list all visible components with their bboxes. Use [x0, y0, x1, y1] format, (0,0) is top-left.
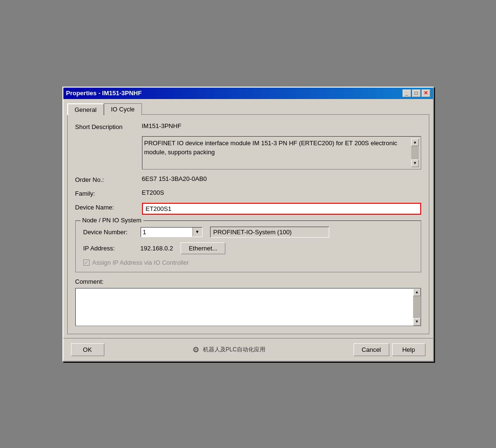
node-pn-legend: Node / PN IO System: [81, 217, 143, 224]
ethernet-button[interactable]: Ethernet...: [181, 242, 225, 254]
maximize-button[interactable]: □: [412, 90, 421, 97]
device-number-row: Device Number: 1 ▼ PROFINET-IO-System (1…: [83, 227, 413, 238]
tab-general[interactable]: General: [67, 103, 104, 115]
node-pn-group: Node / PN IO System Device Number: 1 ▼ P…: [75, 220, 421, 272]
device-name-input[interactable]: [142, 203, 421, 215]
scroll-track: [411, 146, 419, 159]
device-number-value: 1: [141, 228, 192, 237]
ip-address-value: 192.168.0.2: [141, 245, 173, 252]
cancel-button[interactable]: Cancel: [354, 343, 389, 356]
order-no-label: Order No.:: [75, 175, 142, 183]
properties-dialog: Properties - IM151-3PNHF _ □ ✕ General I…: [62, 87, 434, 362]
tab-bar: General IO Cycle: [67, 103, 429, 115]
ip-address-label: IP Address:: [83, 245, 141, 252]
comment-scroll-down-btn[interactable]: ▼: [413, 318, 421, 326]
assign-ip-checkbox[interactable]: ✓: [83, 259, 90, 266]
device-name-label: Device Name:: [75, 203, 142, 211]
tab-content-general: Short Description IM151-3PNHF PROFINET I…: [67, 114, 429, 334]
close-button[interactable]: ✕: [422, 90, 430, 97]
profinet-system-value: PROFINET-IO-System (100): [210, 227, 329, 238]
short-description-row: Short Description IM151-3PNHF: [75, 122, 421, 130]
long-description-spacer: [75, 136, 142, 137]
assign-ip-row: ✓ Assign IP Address via IO Controller: [83, 259, 413, 266]
order-no-value: 6ES7 151-3BA20-0AB0: [142, 175, 207, 182]
help-button[interactable]: Help: [392, 343, 425, 356]
family-label: Family:: [75, 189, 142, 197]
bottom-bar: OK ⚙ 机器人及PLC自动化应用 Cancel Help: [63, 338, 433, 361]
comment-scroll-track: [413, 296, 421, 318]
ok-button[interactable]: OK: [71, 343, 104, 356]
tab-io-cycle[interactable]: IO Cycle: [104, 103, 142, 115]
title-bar: Properties - IM151-3PNHF _ □ ✕: [63, 88, 433, 99]
device-number-dropdown[interactable]: 1 ▼: [141, 227, 202, 237]
dropdown-arrow-icon[interactable]: ▼: [192, 228, 202, 237]
watermark: ⚙ 机器人及PLC自动化应用: [192, 345, 265, 354]
short-description-value: IM151-3PNHF: [142, 122, 182, 129]
comment-text-area[interactable]: [76, 289, 413, 326]
long-description-row: PROFINET IO device interface module IM 1…: [75, 136, 421, 169]
window-title: Properties - IM151-3PNHF: [66, 90, 142, 97]
title-bar-buttons: _ □ ✕: [403, 90, 430, 97]
short-description-label: Short Description: [75, 122, 142, 130]
comment-box: ▲ ▼: [75, 288, 421, 326]
scroll-down-btn[interactable]: ▼: [411, 159, 419, 167]
watermark-text: 机器人及PLC自动化应用: [203, 346, 265, 354]
minimize-button[interactable]: _: [403, 90, 411, 97]
right-buttons: Cancel Help: [354, 343, 425, 356]
comment-scroll-up-btn[interactable]: ▲: [413, 289, 421, 296]
scroll-up-btn[interactable]: ▲: [411, 139, 419, 146]
comment-label: Comment:: [75, 278, 421, 285]
node-pn-group-wrapper: Node / PN IO System Device Number: 1 ▼ P…: [75, 220, 421, 272]
order-no-row: Order No.: 6ES7 151-3BA20-0AB0: [75, 175, 421, 183]
device-name-row: Device Name:: [75, 203, 421, 215]
description-scrollbar[interactable]: ▲ ▼: [411, 139, 419, 167]
long-description-box: PROFINET IO device interface module IM 1…: [142, 136, 421, 169]
watermark-icon: ⚙: [192, 345, 199, 354]
window-content: General IO Cycle Short Description IM151…: [63, 99, 433, 338]
comment-scrollbar[interactable]: ▲ ▼: [413, 289, 421, 326]
long-description-text: PROFINET IO device interface module IM 1…: [144, 139, 411, 167]
ip-address-row: IP Address: 192.168.0.2 Ethernet...: [83, 242, 413, 254]
checkmark-icon: ✓: [84, 260, 88, 265]
assign-ip-label: Assign IP Address via IO Controller: [92, 259, 189, 266]
family-value: ET200S: [142, 189, 164, 196]
family-row: Family: ET200S: [75, 189, 421, 197]
device-number-label: Device Number:: [83, 229, 141, 236]
